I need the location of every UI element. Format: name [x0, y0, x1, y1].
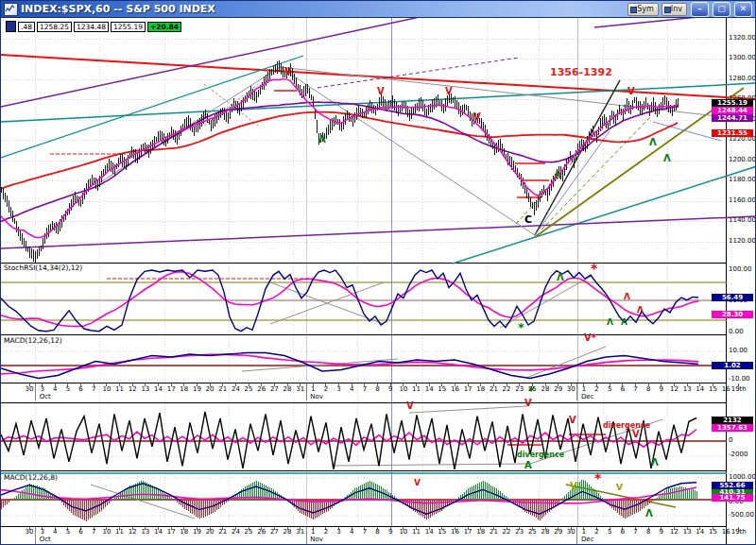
maximize-button[interactable]: ▢ [713, 2, 730, 17]
close-button[interactable]: ✕ [734, 2, 752, 17]
quote-icon [6, 21, 16, 32]
chart-canvas[interactable] [1, 1, 756, 545]
chart-window: INDEX:$SPX,60 -- S&P 500 INDEX Sym Inv –… [0, 0, 756, 545]
app-icon [4, 3, 18, 16]
quote-low: 1234.48 [74, 22, 109, 32]
sym-button[interactable]: Sym [627, 3, 659, 16]
minimize-button[interactable]: – [691, 2, 709, 17]
quote-change-badge: +20.84 [147, 22, 181, 32]
quote-high: 1258.25 [37, 22, 72, 32]
quote-last: 1255.19 [111, 22, 146, 32]
inv-button[interactable]: Inv [662, 3, 687, 16]
quote-open: .48 [18, 22, 35, 32]
quote-bar: .48 1258.25 1234.48 1255.19 +20.84 [6, 21, 181, 32]
window-title: INDEX:$SPX,60 -- S&P 500 INDEX [21, 3, 215, 15]
title-bar[interactable]: INDEX:$SPX,60 -- S&P 500 INDEX Sym Inv –… [1, 1, 755, 18]
